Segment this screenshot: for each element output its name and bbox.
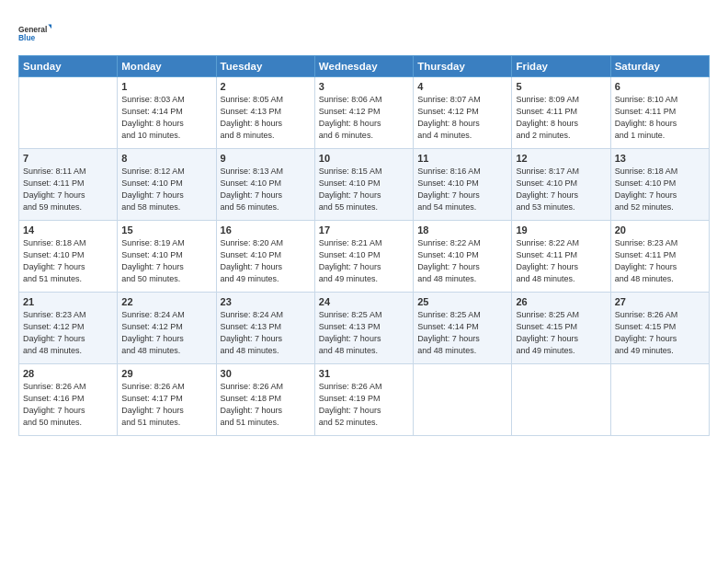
day-number: 22	[121, 296, 211, 307]
calendar-table: SundayMondayTuesdayWednesdayThursdayFrid…	[18, 55, 710, 436]
day-info: Sunrise: 8:25 AM Sunset: 4:15 PM Dayligh…	[516, 309, 606, 357]
calendar-cell: 23Sunrise: 8:24 AM Sunset: 4:13 PM Dayli…	[216, 293, 314, 364]
day-info: Sunrise: 8:22 AM Sunset: 4:10 PM Dayligh…	[417, 237, 507, 285]
calendar-cell: 2Sunrise: 8:05 AM Sunset: 4:13 PM Daylig…	[216, 77, 314, 149]
calendar-cell: 27Sunrise: 8:26 AM Sunset: 4:15 PM Dayli…	[610, 293, 709, 364]
day-number: 30	[221, 368, 311, 379]
day-info: Sunrise: 8:26 AM Sunset: 4:18 PM Dayligh…	[221, 381, 311, 429]
day-info: Sunrise: 8:07 AM Sunset: 4:12 PM Dayligh…	[417, 94, 507, 142]
day-info: Sunrise: 8:19 AM Sunset: 4:10 PM Dayligh…	[121, 237, 211, 285]
calendar-cell: 24Sunrise: 8:25 AM Sunset: 4:13 PM Dayli…	[314, 293, 413, 364]
calendar-cell: 8Sunrise: 8:12 AM Sunset: 4:10 PM Daylig…	[118, 149, 216, 221]
calendar-cell: 20Sunrise: 8:23 AM Sunset: 4:11 PM Dayli…	[610, 221, 709, 293]
day-number: 31	[319, 368, 409, 379]
day-info: Sunrise: 8:15 AM Sunset: 4:10 PM Dayligh…	[319, 166, 409, 213]
calendar-cell	[512, 364, 610, 436]
calendar-cell	[610, 364, 709, 436]
calendar-cell: 6Sunrise: 8:10 AM Sunset: 4:11 PM Daylig…	[610, 77, 709, 149]
day-info: Sunrise: 8:21 AM Sunset: 4:10 PM Dayligh…	[319, 237, 409, 285]
week-row-1: 1Sunrise: 8:03 AM Sunset: 4:14 PM Daylig…	[19, 77, 710, 149]
col-header-tuesday: Tuesday	[216, 56, 314, 77]
day-info: Sunrise: 8:06 AM Sunset: 4:12 PM Dayligh…	[319, 94, 409, 142]
calendar-cell: 3Sunrise: 8:06 AM Sunset: 4:12 PM Daylig…	[314, 77, 413, 149]
day-info: Sunrise: 8:26 AM Sunset: 4:17 PM Dayligh…	[121, 381, 211, 429]
day-number: 18	[417, 224, 507, 236]
svg-marker-2	[48, 24, 51, 29]
calendar-cell: 16Sunrise: 8:20 AM Sunset: 4:10 PM Dayli…	[216, 221, 314, 293]
week-row-2: 7Sunrise: 8:11 AM Sunset: 4:11 PM Daylig…	[19, 149, 710, 221]
day-info: Sunrise: 8:23 AM Sunset: 4:11 PM Dayligh…	[615, 237, 705, 285]
day-info: Sunrise: 8:25 AM Sunset: 4:13 PM Dayligh…	[319, 309, 409, 357]
day-info: Sunrise: 8:18 AM Sunset: 4:10 PM Dayligh…	[23, 237, 113, 285]
calendar-cell: 1Sunrise: 8:03 AM Sunset: 4:14 PM Daylig…	[118, 77, 216, 149]
day-number: 5	[516, 81, 606, 92]
col-header-friday: Friday	[512, 56, 610, 77]
calendar-cell: 30Sunrise: 8:26 AM Sunset: 4:18 PM Dayli…	[216, 364, 314, 436]
week-row-3: 14Sunrise: 8:18 AM Sunset: 4:10 PM Dayli…	[19, 221, 710, 293]
day-number: 23	[221, 296, 311, 307]
calendar-cell: 4Sunrise: 8:07 AM Sunset: 4:12 PM Daylig…	[414, 77, 512, 149]
day-number: 12	[516, 153, 606, 164]
calendar-cell: 13Sunrise: 8:18 AM Sunset: 4:10 PM Dayli…	[610, 149, 709, 221]
day-number: 6	[615, 81, 705, 92]
day-info: Sunrise: 8:10 AM Sunset: 4:11 PM Dayligh…	[615, 94, 705, 142]
col-header-wednesday: Wednesday	[314, 56, 413, 77]
day-number: 16	[221, 224, 311, 236]
day-number: 26	[516, 296, 606, 307]
day-info: Sunrise: 8:17 AM Sunset: 4:10 PM Dayligh…	[516, 166, 606, 213]
day-info: Sunrise: 8:05 AM Sunset: 4:13 PM Dayligh…	[221, 94, 311, 142]
day-number: 2	[221, 81, 311, 92]
calendar-cell: 11Sunrise: 8:16 AM Sunset: 4:10 PM Dayli…	[414, 149, 512, 221]
day-info: Sunrise: 8:09 AM Sunset: 4:11 PM Dayligh…	[516, 94, 606, 142]
day-number: 25	[417, 296, 507, 307]
day-number: 28	[23, 368, 113, 379]
day-number: 27	[615, 296, 705, 307]
day-info: Sunrise: 8:26 AM Sunset: 4:16 PM Dayligh…	[23, 381, 113, 429]
day-number: 9	[221, 153, 311, 164]
day-info: Sunrise: 8:24 AM Sunset: 4:13 PM Dayligh…	[221, 309, 311, 357]
calendar-cell: 31Sunrise: 8:26 AM Sunset: 4:19 PM Dayli…	[314, 364, 413, 436]
calendar-cell: 26Sunrise: 8:25 AM Sunset: 4:15 PM Dayli…	[512, 293, 610, 364]
calendar-cell: 17Sunrise: 8:21 AM Sunset: 4:10 PM Dayli…	[314, 221, 413, 293]
day-number: 20	[615, 224, 705, 236]
calendar-cell: 5Sunrise: 8:09 AM Sunset: 4:11 PM Daylig…	[512, 77, 610, 149]
col-header-saturday: Saturday	[610, 56, 709, 77]
calendar-cell: 21Sunrise: 8:23 AM Sunset: 4:12 PM Dayli…	[19, 293, 118, 364]
svg-text:General: General	[18, 25, 47, 34]
calendar-cell: 10Sunrise: 8:15 AM Sunset: 4:10 PM Dayli…	[314, 149, 413, 221]
day-info: Sunrise: 8:26 AM Sunset: 4:19 PM Dayligh…	[319, 381, 409, 429]
calendar-cell: 22Sunrise: 8:24 AM Sunset: 4:12 PM Dayli…	[118, 293, 216, 364]
col-header-monday: Monday	[118, 56, 216, 77]
calendar-cell: 7Sunrise: 8:11 AM Sunset: 4:11 PM Daylig…	[19, 149, 118, 221]
calendar-cell: 12Sunrise: 8:17 AM Sunset: 4:10 PM Dayli…	[512, 149, 610, 221]
day-number: 24	[319, 296, 409, 307]
calendar-cell	[414, 364, 512, 436]
calendar-cell: 19Sunrise: 8:22 AM Sunset: 4:11 PM Dayli…	[512, 221, 610, 293]
page: General Blue SundayMondayTuesdayWednesda…	[0, 0, 728, 563]
day-info: Sunrise: 8:23 AM Sunset: 4:12 PM Dayligh…	[23, 309, 113, 357]
day-number: 17	[319, 224, 409, 236]
calendar-cell: 18Sunrise: 8:22 AM Sunset: 4:10 PM Dayli…	[414, 221, 512, 293]
day-number: 1	[121, 81, 211, 92]
day-number: 13	[615, 153, 705, 164]
day-number: 19	[516, 224, 606, 236]
calendar-cell: 29Sunrise: 8:26 AM Sunset: 4:17 PM Dayli…	[118, 364, 216, 436]
day-number: 29	[121, 368, 211, 379]
day-number: 11	[417, 153, 507, 164]
day-number: 21	[23, 296, 113, 307]
svg-text:Blue: Blue	[18, 33, 36, 42]
header-row: SundayMondayTuesdayWednesdayThursdayFrid…	[19, 56, 710, 77]
day-info: Sunrise: 8:03 AM Sunset: 4:14 PM Dayligh…	[121, 94, 211, 142]
week-row-5: 28Sunrise: 8:26 AM Sunset: 4:16 PM Dayli…	[19, 364, 710, 436]
day-info: Sunrise: 8:13 AM Sunset: 4:10 PM Dayligh…	[221, 166, 311, 213]
day-info: Sunrise: 8:16 AM Sunset: 4:10 PM Dayligh…	[417, 166, 507, 213]
day-info: Sunrise: 8:24 AM Sunset: 4:12 PM Dayligh…	[121, 309, 211, 357]
day-info: Sunrise: 8:11 AM Sunset: 4:11 PM Dayligh…	[23, 166, 113, 213]
col-header-thursday: Thursday	[414, 56, 512, 77]
calendar-cell	[19, 77, 118, 149]
day-info: Sunrise: 8:20 AM Sunset: 4:10 PM Dayligh…	[221, 237, 311, 285]
calendar-cell: 28Sunrise: 8:26 AM Sunset: 4:16 PM Dayli…	[19, 364, 118, 436]
week-row-4: 21Sunrise: 8:23 AM Sunset: 4:12 PM Dayli…	[19, 293, 710, 364]
day-info: Sunrise: 8:18 AM Sunset: 4:10 PM Dayligh…	[615, 166, 705, 213]
day-info: Sunrise: 8:22 AM Sunset: 4:11 PM Dayligh…	[516, 237, 606, 285]
